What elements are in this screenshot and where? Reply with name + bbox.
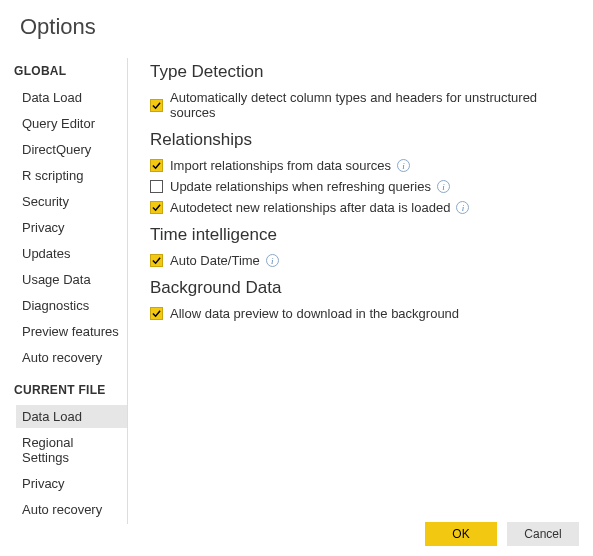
cancel-button[interactable]: Cancel xyxy=(507,522,579,546)
sidebar-item-currentfile-3[interactable]: Auto recovery xyxy=(16,498,127,521)
sidebar-item-global-2[interactable]: DirectQuery xyxy=(16,138,127,161)
sidebar-item-currentfile-2[interactable]: Privacy xyxy=(16,472,127,495)
option-label: Automatically detect column types and he… xyxy=(170,90,577,120)
checkbox-import-relationships[interactable] xyxy=(150,159,163,172)
option-auto-date-time[interactable]: Auto Date/Time i xyxy=(150,253,577,268)
group-heading-relationships: Relationships xyxy=(150,130,577,150)
checkbox-autodetect-relationships[interactable] xyxy=(150,201,163,214)
content-area: GLOBAL Data LoadQuery EditorDirectQueryR… xyxy=(0,40,593,524)
info-icon[interactable]: i xyxy=(266,254,279,267)
option-label: Import relationships from data sources xyxy=(170,158,391,173)
option-label: Update relationships when refreshing que… xyxy=(170,179,431,194)
checkbox-autodetect-types[interactable] xyxy=(150,99,163,112)
option-label: Auto Date/Time xyxy=(170,253,260,268)
group-heading-background-data: Background Data xyxy=(150,278,577,298)
sidebar-section-current-file: CURRENT FILE xyxy=(14,383,127,397)
sidebar: GLOBAL Data LoadQuery EditorDirectQueryR… xyxy=(0,58,128,524)
info-icon[interactable]: i xyxy=(437,180,450,193)
sidebar-item-global-6[interactable]: Updates xyxy=(16,242,127,265)
option-import-relationships[interactable]: Import relationships from data sources i xyxy=(150,158,577,173)
group-heading-time-intelligence: Time intelligence xyxy=(150,225,577,245)
sidebar-item-global-5[interactable]: Privacy xyxy=(16,216,127,239)
sidebar-item-global-0[interactable]: Data Load xyxy=(16,86,127,109)
option-label: Allow data preview to download in the ba… xyxy=(170,306,459,321)
sidebar-item-global-10[interactable]: Auto recovery xyxy=(16,346,127,369)
option-update-relationships[interactable]: Update relationships when refreshing que… xyxy=(150,179,577,194)
sidebar-section-global: GLOBAL xyxy=(14,64,127,78)
info-icon[interactable]: i xyxy=(397,159,410,172)
option-autodetect-types[interactable]: Automatically detect column types and he… xyxy=(150,90,577,120)
sidebar-item-global-3[interactable]: R scripting xyxy=(16,164,127,187)
sidebar-item-global-7[interactable]: Usage Data xyxy=(16,268,127,291)
group-heading-type-detection: Type Detection xyxy=(150,62,577,82)
sidebar-item-global-8[interactable]: Diagnostics xyxy=(16,294,127,317)
checkbox-auto-date-time[interactable] xyxy=(150,254,163,267)
sidebar-item-global-9[interactable]: Preview features xyxy=(16,320,127,343)
info-icon[interactable]: i xyxy=(456,201,469,214)
dialog-title: Options xyxy=(0,0,593,40)
sidebar-item-global-1[interactable]: Query Editor xyxy=(16,112,127,135)
checkbox-background-download[interactable] xyxy=(150,307,163,320)
sidebar-item-currentfile-0[interactable]: Data Load xyxy=(16,405,127,428)
option-autodetect-relationships[interactable]: Autodetect new relationships after data … xyxy=(150,200,577,215)
checkbox-update-relationships[interactable] xyxy=(150,180,163,193)
option-background-download[interactable]: Allow data preview to download in the ba… xyxy=(150,306,577,321)
dialog-footer: OK Cancel xyxy=(425,522,579,546)
main-panel: Type Detection Automatically detect colu… xyxy=(128,58,593,524)
ok-button[interactable]: OK xyxy=(425,522,497,546)
option-label: Autodetect new relationships after data … xyxy=(170,200,450,215)
sidebar-item-currentfile-1[interactable]: Regional Settings xyxy=(16,431,127,469)
sidebar-item-global-4[interactable]: Security xyxy=(16,190,127,213)
